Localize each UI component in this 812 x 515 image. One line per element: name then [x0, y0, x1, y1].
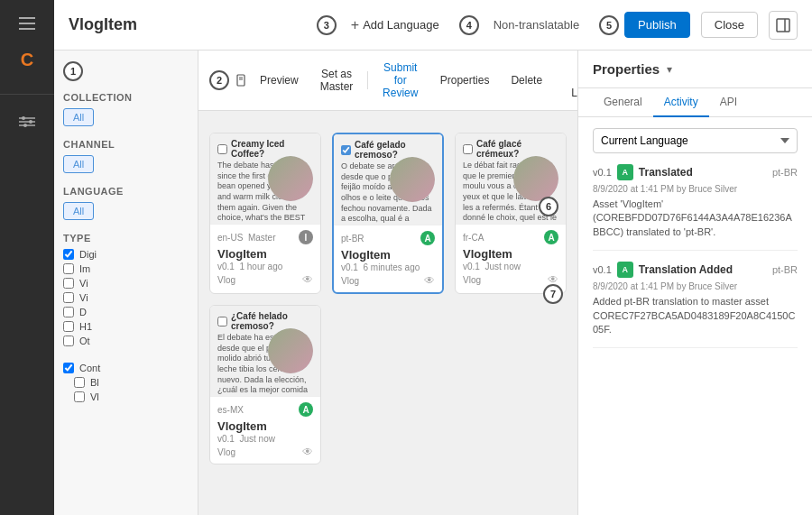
- activity-2-time: 8/9/2020 at 1:41 PM by Bruce Silver: [593, 281, 798, 291]
- show-languages-button[interactable]: Show Existing Languages: [564, 58, 577, 103]
- card-es-mx-type: Vlog: [217, 447, 235, 457]
- vl-checkbox[interactable]: [74, 391, 85, 402]
- toolbar-left: 2 Preview Set as Master Submit for Revie…: [209, 58, 549, 103]
- sidebar-menu-icon[interactable]: [11, 7, 43, 40]
- callout-6: 6: [539, 197, 558, 216]
- type-vi2-checkbox[interactable]: [63, 292, 74, 303]
- type-filter: Type Digi Im Vi Vi D H1 Ot Cont Bl Vl: [63, 233, 189, 402]
- header: VlogItem 3 + Add Language 4 Non-translat…: [54, 0, 812, 51]
- type-vi1-checkbox[interactable]: [63, 278, 74, 289]
- toolbar: 2 Preview Set as Master Submit for Revie…: [198, 51, 577, 111]
- card-fr-ca[interactable]: Café glacé crémeux? Le débat fait rage d…: [455, 133, 567, 294]
- panel-toggle-button[interactable]: [769, 11, 798, 40]
- preview-group: Preview: [236, 70, 306, 90]
- activity-item-1: v0.1 A Translated pt-BR 8/9/2020 at 1:41…: [593, 164, 798, 251]
- properties-button[interactable]: Properties: [433, 70, 497, 90]
- sidebar: C: [0, 0, 54, 515]
- language-all-btn[interactable]: All: [63, 202, 94, 220]
- card-en-us-avatar: [268, 156, 313, 201]
- set-master-button[interactable]: Set as Master: [313, 64, 361, 97]
- channel-all-btn[interactable]: All: [63, 155, 94, 173]
- type-ot-checkbox[interactable]: [63, 336, 74, 346]
- callout-5: 5: [599, 15, 619, 35]
- card-es-mx-checkbox[interactable]: [217, 317, 227, 326]
- bl-checkbox[interactable]: [74, 377, 85, 388]
- language-label: Language: [63, 186, 189, 197]
- close-button[interactable]: Close: [701, 12, 758, 38]
- non-translatable-button[interactable]: Non-translatable: [484, 13, 588, 37]
- type-d-checkbox[interactable]: [63, 307, 74, 317]
- non-translatable-group: 4 Non-translatable: [459, 13, 588, 37]
- card-pt-br-footer: pt-BR A VlogItem v0.1 6 minutes ago Vlog…: [334, 225, 442, 292]
- properties-header: Properties ▾: [578, 51, 812, 88]
- card-pt-br-avatar: [390, 157, 435, 202]
- submit-review-button[interactable]: Submit for Review: [375, 58, 426, 103]
- card-fr-ca-avatar: [513, 156, 558, 201]
- card-en-us-type: Vlog: [217, 275, 235, 285]
- activity-1-version: v0.1: [593, 167, 612, 178]
- svg-rect-0: [19, 17, 35, 19]
- sidebar-filter-icon[interactable]: [11, 106, 43, 138]
- tab-api[interactable]: API: [709, 88, 748, 117]
- eye-icon-fr: 👁: [548, 273, 558, 286]
- toolbar-right: Show Existing Languages: [564, 58, 577, 103]
- language-filter: Language All: [63, 186, 189, 220]
- activity-2-badge: A: [617, 262, 633, 278]
- activity-1-time: 8/9/2020 at 1:41 PM by Bruce Silver: [593, 184, 798, 194]
- page-title: VlogItem: [69, 15, 306, 34]
- publish-button[interactable]: Publish: [624, 12, 690, 38]
- activity-1-badge: A: [617, 164, 633, 180]
- svg-rect-9: [777, 19, 789, 32]
- type-label: Type: [63, 233, 189, 244]
- card-pt-br-checkbox[interactable]: [341, 145, 351, 155]
- card-en-us[interactable]: Creamy Iced Coffee? The debate has raged…: [209, 133, 321, 294]
- card-fr-ca-lang: fr-CA: [463, 233, 484, 243]
- preview-button[interactable]: Preview: [253, 70, 306, 90]
- collection-filter: Collection All: [63, 92, 189, 126]
- activity-2-version: v0.1: [593, 264, 612, 275]
- card-pt-br-badge: A: [420, 231, 435, 245]
- card-pt-br-lang: pt-BR: [341, 234, 364, 244]
- card-es-mx-avatar: [268, 328, 313, 373]
- publish-group: 5 Publish: [599, 12, 690, 38]
- card-es-mx[interactable]: ¿Café helado cremoso? El debate ha estal…: [209, 305, 321, 464]
- card-en-us-checkbox[interactable]: [217, 144, 227, 154]
- collection-all-btn[interactable]: All: [63, 108, 94, 126]
- properties-panel: Properties ▾ General Activity API Curren…: [577, 51, 812, 515]
- sidebar-logo: C: [11, 43, 43, 76]
- properties-body: Current Language v0.1 A Translated pt-BR…: [578, 117, 812, 515]
- cards-scroll: Creamy Iced Coffee? The debate has raged…: [198, 111, 577, 515]
- card-es-mx-version: v0.1 Just now: [217, 434, 313, 444]
- type-im-checkbox[interactable]: [63, 263, 74, 274]
- language-select[interactable]: Current Language: [593, 128, 798, 153]
- card-pt-br-version: v0.1 6 minutes ago: [341, 262, 435, 272]
- card-en-us-footer: en-US Master I VlogItem v0.1 1 hour ago …: [210, 224, 320, 291]
- svg-rect-2: [19, 28, 35, 30]
- card-pt-br-title: VlogItem: [341, 248, 435, 262]
- activity-1-status: Translated: [639, 166, 767, 179]
- callout-1: 1: [63, 61, 83, 81]
- add-language-group: 3 + Add Language: [317, 12, 448, 39]
- main-area: VlogItem 3 + Add Language 4 Non-translat…: [54, 0, 812, 515]
- delete-button[interactable]: Delete: [503, 70, 549, 90]
- card-pt-br[interactable]: Café gelado cremoso? O debate se arrasta…: [332, 133, 444, 294]
- tab-activity[interactable]: Activity: [653, 88, 709, 117]
- callout-3: 3: [317, 15, 337, 35]
- card-fr-ca-checkbox[interactable]: [463, 144, 473, 154]
- activity-2-lang: pt-BR: [772, 264, 798, 275]
- svg-rect-1: [19, 23, 35, 24]
- activity-1-lang: pt-BR: [772, 167, 798, 178]
- eye-icon-en: 👁: [302, 273, 313, 286]
- card-pt-br-type: Vlog: [341, 276, 359, 286]
- card-en-us-version: v0.1 1 hour ago: [217, 262, 313, 271]
- filter-panel: 1 Collection All Channel All Language Al…: [54, 51, 198, 515]
- card-en-us-badge: I: [299, 230, 313, 244]
- tab-general[interactable]: General: [593, 88, 653, 117]
- properties-chevron: ▾: [667, 63, 672, 76]
- card-fr-ca-type: Vlog: [463, 275, 481, 285]
- type-h1-checkbox[interactable]: [63, 321, 74, 332]
- cont-checkbox[interactable]: [63, 363, 74, 373]
- activity-2-status: Translation Added: [639, 263, 767, 276]
- type-digi-checkbox[interactable]: [63, 249, 74, 260]
- add-language-button[interactable]: + Add Language: [342, 12, 448, 39]
